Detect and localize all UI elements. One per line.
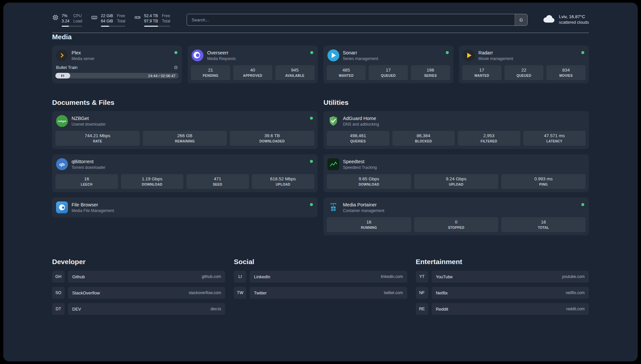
stat-value: 2,953	[459, 133, 519, 138]
bookmark-github[interactable]: GH Github github.com	[52, 271, 225, 283]
disk-total-label: Total	[162, 18, 170, 24]
service-card-overseerr[interactable]: Overseerr Media Requests 21 PENDING 40 A…	[188, 46, 318, 83]
stat-value: 17	[464, 68, 500, 73]
service-subtitle: Media File Management	[72, 208, 114, 213]
stat-value: 471	[188, 176, 248, 181]
stat-label: MOVIES	[548, 74, 584, 77]
disk-widget: 52.4 TB 97.9 TB Free Total	[134, 13, 170, 27]
stat-value: 834	[548, 68, 584, 73]
stat-block: 1.19 Gbps DOWNLOAD	[121, 174, 184, 189]
section-title-developer: Developer	[52, 258, 225, 266]
cpu-icon	[52, 14, 59, 27]
pause-button[interactable]	[55, 73, 70, 78]
section-title-entertainment: Entertainment	[416, 258, 589, 266]
qbittorrent-icon: qb	[56, 158, 68, 170]
service-card-portainer[interactable]: Media Portainer Container management 16 …	[323, 197, 589, 235]
bookmark-domain: github.com	[202, 274, 221, 279]
stat-label: LATENCY	[525, 139, 585, 143]
section-title-media: Media	[52, 33, 589, 41]
search-input[interactable]	[187, 14, 528, 26]
stat-block: 471 SEED	[186, 174, 249, 189]
status-dot	[581, 51, 584, 54]
cpu-widget: 7% 3.24 CPU Load	[52, 13, 82, 27]
playback-time: 24:44 / 02:06:47	[148, 74, 175, 78]
service-subtitle: Series management	[343, 56, 378, 61]
netflix-icon: NF	[416, 287, 428, 299]
cpu-load-label: Load	[73, 18, 82, 24]
disk-progress-bar	[144, 26, 170, 27]
stat-block: 485 WANTED	[327, 65, 366, 80]
bookmark-domain: dev.to	[211, 307, 221, 311]
stat-value: 0.993 ms	[503, 176, 584, 181]
bookmark-twitter[interactable]: TW Twitter twitter.com	[234, 287, 407, 299]
service-name: Sonarr	[343, 50, 378, 55]
stat-block: 196 SERIES	[411, 65, 450, 80]
disk-icon	[134, 14, 141, 27]
stat-label: BLOCKED	[394, 139, 454, 143]
gear-icon[interactable]: ⚙	[174, 65, 178, 70]
stat-value: 266 GB	[144, 133, 226, 138]
bookmark-linkedin[interactable]: LI LinkedIn linkedin.com	[234, 271, 407, 283]
github-icon: GH	[52, 271, 65, 283]
memory-free-value: 22 GiB	[101, 13, 113, 18]
stat-block: 21 PENDING	[191, 65, 230, 80]
stat-value: 16	[328, 220, 410, 225]
cpu-progress-bar	[62, 26, 82, 27]
service-card-filebrowser[interactable]: File Browser Media File Management	[52, 197, 318, 217]
nzbget-icon: nzbget	[56, 115, 68, 127]
service-card-plex[interactable]: Plex Media server Bullet Train ⚙ 24:44 /…	[52, 46, 182, 83]
status-dot	[310, 160, 313, 163]
stat-label: SEED	[188, 183, 248, 186]
stat-label: STOPPED	[415, 226, 497, 229]
stat-block: 618.52 Mbps UPLOAD	[252, 174, 315, 189]
stat-block: 266 GB REMAINING	[143, 131, 227, 146]
bookmark-name: Twitter	[254, 290, 266, 295]
cpu-usage-value: 7%	[62, 13, 69, 18]
disk-free-label: Free	[162, 13, 170, 18]
disk-total-value: 97.9 TB	[144, 18, 158, 24]
reddit-icon: RE	[416, 303, 428, 315]
stat-block: 2,953 FILTERED	[458, 131, 520, 146]
memory-total-label: Total	[117, 18, 125, 24]
service-card-nzbget[interactable]: nzbget NZBGet Usenet downloader 744.21 M…	[52, 111, 318, 149]
stat-label: LEECH	[57, 183, 117, 186]
bookmark-youtube[interactable]: YT YouTube youtube.com	[416, 271, 589, 283]
service-card-sonarr[interactable]: Sonarr Series management 485 WANTED 17 Q…	[323, 46, 453, 83]
bookmark-dev[interactable]: DT DEV dev.to	[52, 303, 225, 315]
section-title-documents: Documents & Files	[52, 99, 318, 106]
stat-label: UPLOAD	[253, 183, 313, 186]
bookmark-group-developer: Developer GH Github github.com SO StackO…	[52, 258, 225, 319]
media-card-grid: Plex Media server Bullet Train ⚙ 24:44 /…	[52, 46, 589, 83]
stat-block: 0.993 ms PING	[501, 174, 586, 189]
stat-label: TOTAL	[503, 226, 584, 229]
service-card-adguard[interactable]: AdGuard Home DNS and adblocking 498,461 …	[323, 111, 589, 149]
stat-label: QUEUED	[370, 74, 407, 77]
search-engine-button[interactable]: G	[515, 14, 527, 25]
bookmark-domain: twitter.com	[384, 290, 403, 295]
stat-value: 17	[370, 68, 407, 73]
stat-block: 945 AVAILABLE	[275, 65, 315, 80]
stat-value: 196	[412, 68, 449, 73]
bookmark-netflix[interactable]: NF Netflix netflix.com	[416, 287, 589, 299]
service-card-qbittorrent[interactable]: qb qBittorrent Torrent downloader 16 LEE…	[52, 154, 318, 192]
service-card-radarr[interactable]: Radarr Movie management 17 WANTED 22 QUE…	[459, 46, 589, 83]
stat-value: 485	[328, 68, 365, 73]
stat-value: 40	[234, 68, 271, 73]
utilities-column: Utilities AdGuard Home	[323, 99, 589, 241]
dashboard-panel: 7% 3.24 CPU Load	[3, 3, 638, 361]
cpu-load-value: 3.24	[62, 18, 69, 24]
overseerr-icon	[192, 49, 203, 61]
stat-block: 16 LEECH	[55, 174, 118, 189]
service-card-speedtest[interactable]: Speedtest Speedtest Tracking 9.65 Gbps D…	[323, 154, 589, 192]
bookmark-name: YouTube	[436, 274, 453, 279]
stat-label: UPLOAD	[415, 183, 497, 186]
stat-label: WANTED	[464, 74, 500, 77]
bookmark-stackoverflow[interactable]: SO StackOverflow stackoverflow.com	[52, 287, 225, 299]
stat-block: 17 QUEUED	[369, 65, 408, 80]
service-subtitle: Media Requests	[207, 56, 236, 61]
radarr-icon	[463, 49, 475, 61]
bookmark-reddit[interactable]: RE Reddit reddit.com	[416, 303, 589, 315]
linkedin-icon: LI	[234, 271, 246, 283]
service-name: qBittorrent	[72, 159, 106, 164]
stat-value: 47.571 ms	[525, 133, 585, 138]
